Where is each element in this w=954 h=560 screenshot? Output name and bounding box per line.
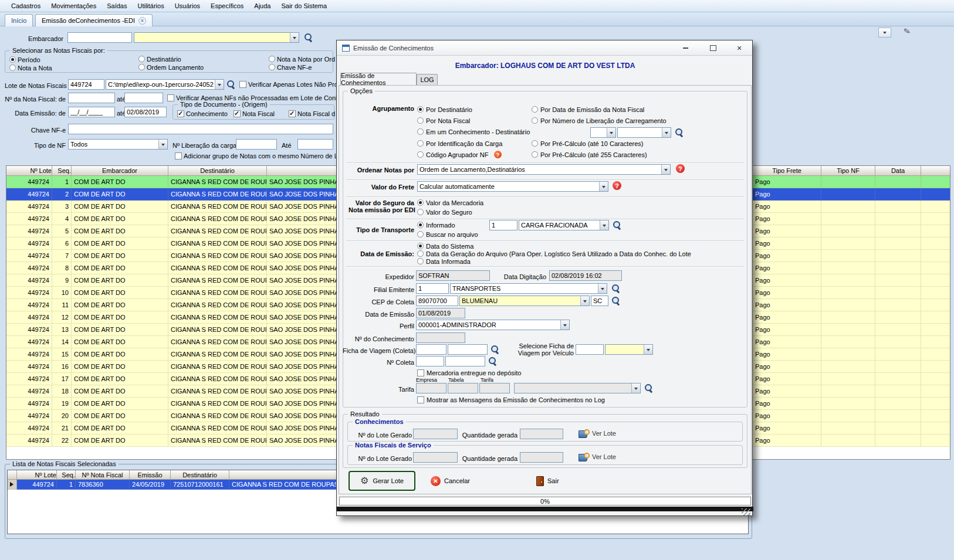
ordenar-select[interactable]: Ordem de Lancamento,Destinatários	[417, 164, 671, 175]
ficha-veiculo-input[interactable]	[576, 344, 604, 355]
radio-valor-mercadoria[interactable]	[417, 199, 424, 206]
help-icon[interactable]	[613, 181, 621, 190]
lote-gerado-input[interactable]	[413, 429, 458, 439]
num-conhecimento-input[interactable]	[416, 332, 465, 343]
radio-nota-a-nota[interactable]	[9, 65, 16, 71]
menu-ajuda[interactable]: Ajuda	[249, 1, 276, 11]
col-header-seq[interactable]: Seq.	[57, 470, 76, 480]
radio-chave-nfe[interactable]	[269, 64, 275, 70]
col-header-nota-fiscal[interactable]: Nº Nota Fiscal	[76, 470, 130, 480]
chevron-down-icon[interactable]	[607, 128, 615, 137]
radio-valor-seguro[interactable]	[417, 209, 424, 215]
filial-codigo-input[interactable]: 1	[416, 283, 449, 294]
radio-por-nota-fiscal[interactable]	[417, 117, 424, 124]
ficha-veiculo-select[interactable]	[605, 344, 653, 355]
col-header-lote[interactable]: Nº Lote	[17, 470, 57, 480]
menu-movimentacoes[interactable]: Movimentações	[46, 1, 102, 11]
data-ate-input[interactable]: 02/08/2019	[124, 107, 167, 117]
tab-inicio[interactable]: Início	[5, 14, 33, 26]
search-conhecimento-icon[interactable]	[675, 128, 684, 137]
ver-lote-nfs-button[interactable]: Ver Lote	[579, 451, 616, 463]
chevron-down-icon[interactable]	[661, 165, 670, 174]
col-header-tipo-nf[interactable]: Tipo NF	[821, 166, 875, 176]
lote-path-select[interactable]: C:\tmp\edi\exp-oun-1percurso-2405201	[106, 79, 224, 90]
chevron-down-icon[interactable]	[290, 33, 299, 42]
resize-grip[interactable]	[742, 508, 750, 515]
chave-nfe-input[interactable]	[68, 124, 333, 134]
radio-por-identificacao[interactable]	[417, 140, 424, 147]
close-tab-icon[interactable]	[138, 17, 146, 25]
checkbox-grupo-notas[interactable]	[175, 152, 182, 159]
col-header-tipo-frete[interactable]: Tipo Frete	[753, 166, 821, 176]
cancelar-button[interactable]: Cancelar	[431, 473, 483, 488]
col-header-emissao[interactable]: Emissão	[130, 470, 171, 480]
search-lote-icon[interactable]	[226, 80, 236, 89]
chevron-down-icon[interactable]	[215, 80, 224, 89]
liberacao-ate-input[interactable]	[297, 139, 333, 150]
search-ficha-icon[interactable]	[490, 345, 500, 354]
cep-input[interactable]: 89070700	[416, 296, 458, 306]
quantidade-input[interactable]	[520, 429, 563, 439]
col-header-destinatario[interactable]: Destinatário	[168, 166, 267, 176]
data-digitacao-input[interactable]: 02/08/2019 16:02	[549, 270, 622, 281]
search-embarcador-icon[interactable]	[304, 33, 313, 42]
transporte-tipo-select[interactable]: CARGA FRACIONADA	[519, 220, 609, 230]
maximize-button[interactable]	[705, 42, 721, 54]
col-header-data[interactable]: Data	[875, 166, 921, 176]
filial-select[interactable]: TRANSPORTES	[450, 283, 607, 294]
checkbox-nota-fiscal[interactable]	[234, 110, 241, 117]
dialog-titlebar[interactable]: Emissão de Conhecimentos	[337, 40, 752, 56]
sair-button[interactable]: Sair	[536, 473, 574, 488]
chevron-down-icon[interactable]	[158, 140, 167, 149]
menu-usuarios[interactable]: Usuários	[170, 1, 205, 11]
cep-uf-input[interactable]: SC	[591, 296, 608, 306]
liberacao-input[interactable]	[236, 139, 277, 150]
chevron-down-icon[interactable]	[600, 220, 608, 230]
ver-lote-button[interactable]: Ver Lote	[579, 427, 616, 439]
transporte-codigo-input[interactable]: 1	[489, 220, 517, 230]
coleta-input-2[interactable]	[445, 356, 485, 366]
cep-cidade-select[interactable]: BLUMENAU	[459, 296, 590, 306]
checkbox-conhecimento[interactable]	[177, 110, 184, 117]
ficha-input-2[interactable]	[448, 344, 488, 355]
col-header-lote[interactable]: Nº Lote	[6, 166, 52, 176]
zoom-icon[interactable]	[644, 383, 654, 393]
radio-ordem-lancamento[interactable]	[138, 64, 145, 70]
chevron-down-icon[interactable]	[580, 296, 589, 306]
radio-buscar-arquivo[interactable]	[417, 231, 424, 237]
menu-sair-do-sistema[interactable]: Sair do Sistema	[276, 1, 332, 11]
tarifa-empresa-input[interactable]	[416, 383, 446, 393]
quantidade-nfs-input[interactable]	[520, 452, 563, 463]
dialog-tab-emissao[interactable]: Emissão de Conhecimentos	[340, 73, 417, 85]
valor-frete-select[interactable]: Calcular automaticamente	[417, 181, 608, 192]
gerar-lote-button[interactable]: Gerar Lote	[349, 471, 415, 491]
embarcador-select[interactable]	[134, 32, 299, 43]
pin-icon[interactable]	[903, 26, 911, 36]
checkbox-lotes-nao-processados[interactable]	[239, 81, 246, 88]
radio-codigo-agrupador[interactable]	[417, 151, 424, 158]
tarifa-select[interactable]	[514, 383, 641, 393]
radio-nota-por-ordem[interactable]	[269, 56, 275, 62]
search-coleta-icon[interactable]	[488, 357, 498, 366]
menu-saidas[interactable]: Saídas	[102, 1, 132, 11]
close-button[interactable]	[731, 42, 747, 54]
search-filial-icon[interactable]	[611, 284, 621, 293]
checkbox-nfs-nao-processadas[interactable]	[167, 94, 174, 101]
col-header-embarcador[interactable]: Embarcador	[72, 166, 168, 176]
data-emissao2-input[interactable]: 01/08/2019	[416, 308, 465, 318]
checkbox-mostrar-mensagens[interactable]	[417, 396, 424, 403]
data-de-input[interactable]: __/__/____	[68, 107, 115, 117]
radio-por-data-emissao[interactable]	[532, 106, 538, 113]
conhecimento-select-1[interactable]	[590, 127, 616, 138]
radio-por-numero-liberacao[interactable]	[532, 117, 538, 124]
lote-gerado-nfs-input[interactable]	[413, 452, 458, 463]
panel-dropdown-icon[interactable]	[878, 28, 891, 38]
menu-utilitarios[interactable]: Utilitários	[132, 1, 169, 11]
radio-informado[interactable]	[417, 222, 424, 228]
conhecimento-select-2[interactable]	[617, 127, 671, 138]
chevron-down-icon[interactable]	[599, 182, 608, 191]
radio-pre-calculo-10[interactable]	[532, 140, 538, 147]
tab-emissao-edi[interactable]: Emissão deConhecimentos -EDI	[35, 14, 153, 26]
chevron-down-icon[interactable]	[662, 128, 671, 137]
chevron-down-icon[interactable]	[644, 345, 652, 354]
